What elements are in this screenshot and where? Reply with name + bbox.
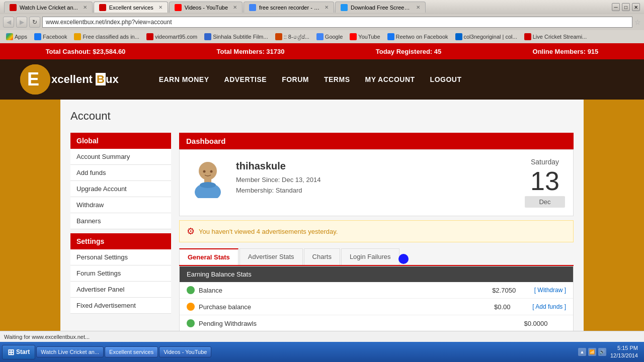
close-button[interactable]: ✕	[632, 3, 640, 11]
nav-forum[interactable]: FORUM	[282, 75, 309, 83]
sidebar-add-funds[interactable]: Add funds	[70, 165, 171, 181]
total-cashout: Total Cashout: $23,584.60	[46, 48, 126, 55]
tab-close[interactable]: ✕	[325, 5, 329, 10]
sidebar-withdraw[interactable]: Withdraw	[70, 197, 171, 213]
content-layout: Global Account Summary Add funds Upgrade…	[70, 133, 574, 349]
logo[interactable]: E xcellent Bux	[20, 64, 119, 95]
tab-general-stats[interactable]: General Stats	[179, 248, 238, 265]
pending-icon	[187, 319, 195, 327]
sidebar-personal-settings[interactable]: Personal Settings	[70, 249, 171, 265]
start-button[interactable]: ⊞ Start	[2, 345, 35, 349]
volume-icon[interactable]: 🔊	[598, 348, 606, 349]
pending-value: $0.0000	[506, 320, 566, 327]
tab-login-failures[interactable]: Login Failures	[341, 248, 399, 265]
minimize-button[interactable]: ─	[612, 3, 620, 11]
bm-icon	[146, 33, 153, 40]
sidebar-banners[interactable]: Banners	[70, 213, 171, 229]
browser-tab-tab4[interactable]: free screen recorder - Goo...✕	[244, 2, 334, 13]
tab-close[interactable]: ✕	[233, 5, 237, 10]
add-funds-action[interactable]: [ Add funds ]	[532, 303, 566, 310]
bm-icon	[74, 33, 81, 40]
bookmark-youtube[interactable]: YouTube	[347, 32, 383, 41]
tab-close[interactable]: ✕	[158, 5, 163, 10]
bookmark-col3negoriginal-|-co[interactable]: col3negoriginal | col...	[452, 32, 520, 41]
membership: Membership: Standard	[236, 186, 320, 196]
bookmark-free-classified-ads-[interactable]: Free classified ads in...	[71, 32, 142, 41]
warning-text: You haven't viewed 4 advertisements yest…	[199, 228, 338, 235]
address-bar[interactable]: www.excellentbux.net/index.php?view=acco…	[42, 17, 632, 28]
bookmark-sinhala-subtitle-fil[interactable]: Sinhala Subtitle Film...	[201, 32, 271, 41]
bm-icon	[34, 33, 41, 40]
withdraw-action[interactable]: [ Withdraw ]	[534, 287, 566, 294]
bookmarks-bar: AppsFacebookFree classified ads in...vid…	[0, 30, 644, 43]
nav-earn-money[interactable]: EARN MONEY	[159, 75, 209, 83]
browser-tab-tab3[interactable]: Videos - YouTube✕	[169, 2, 243, 13]
status-text: Waiting for www.excellentbux.net...	[4, 334, 90, 340]
online-members: Online Members: 915	[533, 48, 599, 55]
tab-advertiser-stats[interactable]: Advertiser Stats	[239, 248, 303, 265]
sidebar-forum-settings[interactable]: Forum Settings	[70, 265, 171, 282]
bm-icon	[387, 33, 394, 40]
bookmark-videomart95.com[interactable]: videomart95.com	[143, 32, 200, 41]
system-tray: ▲ 📶 🔊 5:15 PM 12/13/2014	[574, 344, 642, 349]
tabs-row: General Stats Advertiser Stats Charts Lo…	[179, 248, 574, 266]
bookmark-reetwo-on-facebook[interactable]: Reetwo on Facebook	[384, 32, 451, 41]
tab-favicon	[10, 4, 17, 11]
tab-charts[interactable]: Charts	[304, 248, 340, 265]
tray-icon-1[interactable]: ▲	[578, 348, 586, 349]
bookmark-google[interactable]: Google	[313, 32, 346, 41]
title-bar: Watch Live Cricket an...✕Excellent servi…	[0, 0, 644, 14]
refresh-button[interactable]: ↻	[29, 17, 40, 28]
browser-tab-tab2[interactable]: Excellent services✕	[94, 2, 168, 13]
taskbar-item[interactable]: Watch Live Cricket an...	[36, 346, 104, 349]
taskbar-items: Watch Live Cricket an...Excellent servic…	[36, 346, 573, 349]
taskbar-item[interactable]: Videos - YouTube	[159, 346, 211, 349]
browser-tab-tab1[interactable]: Watch Live Cricket an...✕	[4, 2, 93, 13]
tab-favicon	[249, 4, 256, 11]
date-day-name: Saturday	[525, 158, 565, 166]
warning-icon: ⚙	[187, 226, 195, 237]
page-content: Account Global Account Summary Add funds…	[60, 100, 584, 349]
sidebar-upgrade-account[interactable]: Upgrade Account	[70, 181, 171, 197]
sidebar-advertiser-panel[interactable]: Advertiser Panel	[70, 282, 171, 298]
total-members: Total Members: 31730	[217, 48, 285, 55]
sidebar-account-summary[interactable]: Account Summary	[70, 149, 171, 165]
tab-favicon	[175, 4, 182, 11]
balance-label: Balance	[187, 286, 474, 294]
user-details: thihaskule Member Since: Dec 13, 2014 Me…	[236, 160, 320, 196]
maximize-button[interactable]: □	[622, 3, 630, 11]
network-icon[interactable]: 📶	[588, 348, 596, 349]
bm-icon	[204, 33, 211, 40]
browser-tab-tab5[interactable]: Download Free Screen Re...✕	[335, 2, 426, 13]
taskbar-item[interactable]: Excellent services	[105, 346, 158, 349]
sidebar: Global Account Summary Add funds Upgrade…	[70, 133, 171, 349]
bookmark-star[interactable]: ☆	[634, 18, 641, 26]
nav-my-account[interactable]: MY ACCOUNT	[365, 75, 415, 83]
nav-terms[interactable]: TERMS	[324, 75, 350, 83]
bookmark-apps[interactable]: Apps	[3, 32, 30, 41]
back-button[interactable]: ◀	[3, 17, 14, 28]
bookmark-::-8-ශ්‍රේෂ්...[interactable]: :: 8-ශ්‍රේෂ්...	[272, 32, 312, 41]
svg-point-2	[199, 162, 217, 180]
balance-icon	[187, 286, 195, 294]
tab-close[interactable]: ✕	[416, 5, 420, 10]
bookmark-facebook[interactable]: Facebook	[31, 32, 70, 41]
tab-favicon	[99, 4, 106, 11]
stats-bar: Total Cashout: $23,584.60 Total Members:…	[0, 43, 644, 59]
stats-section-header: Earning Balance Stats	[180, 266, 573, 282]
status-bar: Waiting for www.excellentbux.net...	[0, 331, 644, 342]
bm-icon	[350, 33, 357, 40]
date-card: Saturday 13 Dec	[525, 158, 565, 208]
forward-button[interactable]: ▶	[16, 17, 27, 28]
sidebar-fixed-advertisement[interactable]: Fixed Advertisement	[70, 298, 171, 314]
bookmark-live-cricket-streami[interactable]: Live Cricket Streami...	[521, 32, 590, 41]
nav-logout[interactable]: LOGOUT	[430, 75, 462, 83]
sidebar-settings-header: Settings	[70, 233, 171, 249]
nav-advertise[interactable]: ADVERTISE	[224, 75, 267, 83]
avatar	[188, 158, 228, 198]
member-since: Member Since: Dec 13, 2014	[236, 175, 320, 186]
tab-close[interactable]: ✕	[83, 5, 87, 10]
svg-point-5	[200, 182, 216, 188]
today-registered: Today Registered: 45	[376, 48, 442, 55]
username: thihaskule	[236, 160, 320, 172]
